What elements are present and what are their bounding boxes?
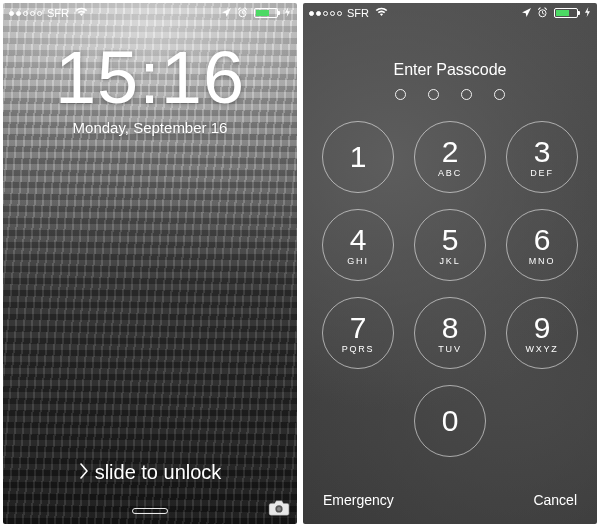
key-7[interactable]: 7PQRS [322,297,394,369]
control-center-grabber[interactable] [132,508,168,514]
key-3[interactable]: 3DEF [506,121,578,193]
lock-screen: SFR 15:16 Monday, September 16 slide t [3,3,297,524]
wifi-icon [375,7,388,19]
wifi-icon [75,7,88,19]
chevron-right-icon [79,461,89,484]
key-0[interactable]: 0 [414,385,486,457]
passcode-screen: SFR Enter Passcode 1 2ABC 3DEF 4GHI 5JK [303,3,597,524]
pin-indicator [303,89,597,100]
slide-to-unlock[interactable]: slide to unlock [3,461,297,484]
emergency-button[interactable]: Emergency [323,492,394,508]
carrier-label: SFR [347,7,369,19]
charging-icon [584,7,591,19]
keypad: 1 2ABC 3DEF 4GHI 5JKL 6MNO 7PQRS 8TUV 9W… [303,121,597,457]
date-display: Monday, September 16 [3,119,297,136]
signal-strength-icon [9,11,42,16]
camera-icon [268,499,290,517]
charging-icon [284,7,291,19]
status-bar: SFR [303,3,597,23]
location-icon [522,7,531,19]
status-bar: SFR [3,3,297,23]
key-6[interactable]: 6MNO [506,209,578,281]
signal-strength-icon [309,11,342,16]
key-2[interactable]: 2ABC [414,121,486,193]
camera-button[interactable] [267,498,291,518]
clock-block: 15:16 Monday, September 16 [3,41,297,136]
passcode-title: Enter Passcode [303,61,597,79]
battery-icon [554,8,578,18]
time-display: 15:16 [3,41,297,115]
cancel-button[interactable]: Cancel [533,492,577,508]
alarm-icon [237,7,248,20]
key-8[interactable]: 8TUV [414,297,486,369]
svg-point-2 [277,507,281,511]
battery-icon [254,8,278,18]
alarm-icon [537,7,548,20]
key-5[interactable]: 5JKL [414,209,486,281]
unlock-label: slide to unlock [95,461,222,484]
location-icon [222,7,231,19]
key-1[interactable]: 1 [322,121,394,193]
carrier-label: SFR [47,7,69,19]
key-9[interactable]: 9WXYZ [506,297,578,369]
key-4[interactable]: 4GHI [322,209,394,281]
